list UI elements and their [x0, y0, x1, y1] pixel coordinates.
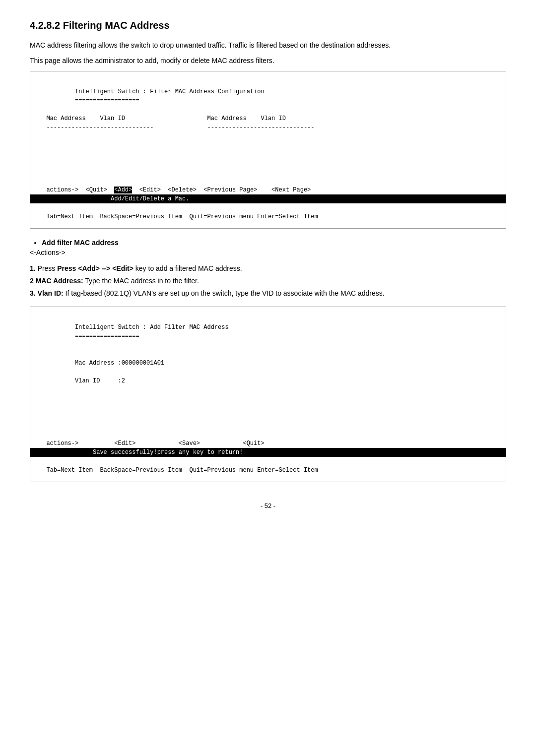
terminal1-actions: actions-> <Quit> <Add> <Edit> <Delete> <…: [39, 187, 311, 193]
step-1-num: 1.: [30, 264, 36, 272]
actions-label: <-Actions->: [30, 249, 506, 256]
page-number: - 52 -: [30, 502, 506, 509]
terminal-box-1: Intelligent Switch : Filter MAC Address …: [30, 71, 506, 229]
terminal1-add-highlight: <Add>: [114, 187, 132, 193]
intro-para-2: This page allows the administrator to ad…: [30, 56, 506, 66]
terminal2-vlan: Vlan ID :2: [39, 378, 125, 384]
terminal1-line-2: ==================: [39, 97, 139, 104]
terminal2-mac: Mac Address :000000001A01: [39, 360, 164, 367]
terminal1-line-4: ------------------------------ ---------…: [39, 124, 315, 131]
page-title: 4.2.8.2 Filtering MAC Address: [30, 20, 506, 31]
step-2-rest: Type the MAC address in to the filter.: [83, 277, 199, 285]
step-1-bold: Press <Add> --> <Edit>: [57, 264, 134, 272]
step-2-num: 2: [30, 277, 34, 285]
steps-list: 1. Press Press <Add> --> <Edit> key to a…: [30, 263, 506, 299]
terminal1-tabline: Tab=Next Item BackSpace=Previous Item Qu…: [39, 213, 318, 220]
step-3: 3. Vlan ID: If tag-based (802.1Q) VLAN's…: [30, 288, 506, 299]
terminal1-line-3: Mac Address Vlan ID Mac Address Vlan ID: [39, 115, 286, 122]
bullet-section: Add filter MAC address <-Actions->: [30, 239, 506, 256]
step-1: 1. Press Press <Add> --> <Edit> key to a…: [30, 263, 506, 274]
step-3-bold: Vlan ID:: [38, 289, 64, 297]
intro-para-1: MAC address filtering allows the switch …: [30, 40, 506, 51]
step-2-bold: MAC Address:: [36, 277, 83, 285]
step-3-rest: If tag-based (802.1Q) VLAN's are set up …: [64, 289, 385, 297]
terminal1-line-1: Intelligent Switch : Filter MAC Address …: [39, 88, 265, 95]
step-3-num: 3.: [30, 289, 36, 297]
terminal2-line-2: ==================: [39, 333, 139, 340]
terminal2-tabline: Tab=Next Item BackSpace=Previous Item Qu…: [39, 467, 318, 474]
terminal-box-2: Intelligent Switch : Add Filter MAC Addr…: [30, 307, 506, 482]
terminal2-actions: actions-> <Edit> <Save> <Quit>: [39, 440, 265, 447]
terminal2-line-1: Intelligent Switch : Add Filter MAC Addr…: [39, 324, 229, 331]
terminal2-status: Save successfully!press any key to retur…: [30, 448, 506, 457]
terminal1-submsg: Add/Edit/Delete a Mac.: [30, 194, 506, 203]
bullet-list: Add filter MAC address: [42, 239, 506, 247]
step-2: 2 MAC Address: Type the MAC address in t…: [30, 276, 506, 286]
bullet-item: Add filter MAC address: [42, 239, 506, 247]
step-1-rest: key to add a filtered MAC address.: [134, 264, 242, 272]
